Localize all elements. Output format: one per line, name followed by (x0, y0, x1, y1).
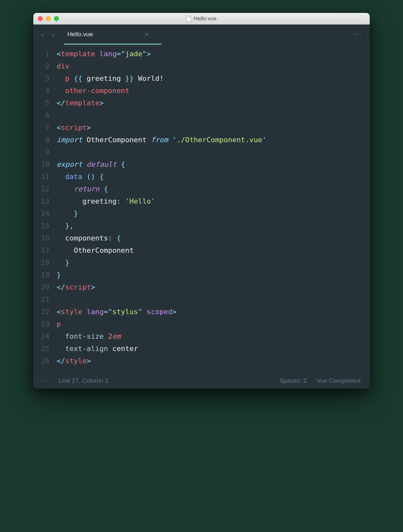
window-title-text: Hello.vue (194, 16, 217, 22)
code-line[interactable]: p {{ greeting }} World! (57, 72, 363, 85)
code-line[interactable]: } (57, 207, 363, 220)
line-number: 4 (33, 85, 49, 97)
nav-back-icon[interactable]: ‹ (41, 30, 44, 40)
code-line[interactable]: <template lang="jade"> (57, 48, 363, 60)
line-number: 1 (33, 48, 49, 60)
code-line[interactable]: import OtherComponent from './OtherCompo… (57, 134, 363, 146)
line-number: 19 (33, 269, 49, 281)
tab-close-icon[interactable]: × (145, 31, 149, 38)
line-number: 6 (33, 109, 49, 122)
line-number: 13 (33, 195, 49, 207)
line-number: 18 (33, 257, 49, 269)
code-line[interactable]: </template> (57, 97, 363, 109)
code-line[interactable] (57, 109, 363, 122)
line-number: 16 (33, 232, 49, 244)
line-number: 10 (33, 158, 49, 171)
code-line[interactable]: data () { (57, 171, 363, 183)
code-line[interactable]: return { (57, 183, 363, 195)
code-line[interactable]: <script> (57, 122, 363, 134)
nav-arrows: ‹ › (41, 30, 54, 40)
line-number: 7 (33, 122, 49, 134)
line-number: 8 (33, 134, 49, 146)
code-content[interactable]: <template lang="jade">div p {{ greeting … (57, 48, 370, 367)
close-button[interactable] (38, 16, 43, 21)
tab-hello-vue[interactable]: Hello.vue × (67, 31, 148, 39)
cursor-position[interactable]: Line 27, Column 1 (59, 377, 108, 384)
code-line[interactable]: components: { (57, 232, 363, 244)
code-line[interactable]: <style lang="stylus" scoped> (57, 306, 363, 318)
window-title: Hello.vue (33, 16, 370, 22)
code-line[interactable]: other-component (57, 85, 363, 97)
tab-menu-icon[interactable]: ⋮ (354, 31, 362, 38)
line-number: 20 (33, 281, 49, 293)
syntax-mode[interactable]: Vue Component (316, 377, 361, 384)
line-number: 14 (33, 207, 49, 220)
editor-window: Hello.vue ‹ › Hello.vue × ⋮ 123456789101… (33, 13, 370, 388)
code-line[interactable] (57, 293, 363, 306)
traffic-lights (33, 16, 59, 21)
line-number-gutter: 1234567891011121314151617181920212223242… (33, 48, 57, 367)
line-number: 21 (33, 293, 49, 306)
code-line[interactable]: </script> (57, 281, 363, 293)
code-line[interactable]: text-align center (57, 343, 363, 355)
status-menu-icon[interactable]: ⋮ (42, 378, 49, 384)
code-line[interactable]: } (57, 257, 363, 269)
line-number: 11 (33, 171, 49, 183)
file-icon (187, 16, 191, 22)
code-line[interactable]: greeting: 'Hello' (57, 195, 363, 207)
line-number: 2 (33, 60, 49, 72)
code-line[interactable]: font-size 2em (57, 330, 363, 343)
zoom-button[interactable] (54, 16, 59, 21)
code-line[interactable]: </style> (57, 355, 363, 367)
code-line[interactable]: }, (57, 220, 363, 232)
line-number: 17 (33, 244, 49, 257)
line-number: 15 (33, 220, 49, 232)
tab-bar: ‹ › Hello.vue × ⋮ (33, 25, 370, 45)
tab-active-indicator (64, 44, 161, 45)
minimize-button[interactable] (46, 16, 51, 21)
line-number: 24 (33, 330, 49, 343)
nav-forward-icon[interactable]: › (52, 30, 55, 40)
line-number: 25 (33, 343, 49, 355)
titlebar[interactable]: Hello.vue (33, 13, 370, 25)
line-number: 12 (33, 183, 49, 195)
code-line[interactable]: export default { (57, 158, 363, 171)
line-number: 3 (33, 72, 49, 85)
code-line[interactable]: div (57, 60, 363, 72)
line-number: 26 (33, 355, 49, 367)
status-bar: ⋮ Line 27, Column 1 Spaces: 2 Vue Compon… (33, 373, 370, 388)
code-line[interactable] (57, 146, 363, 158)
code-line[interactable]: OtherComponent (57, 244, 363, 257)
code-line[interactable]: } (57, 269, 363, 281)
line-number: 23 (33, 318, 49, 330)
code-line[interactable]: p (57, 318, 363, 330)
editor-area[interactable]: 1234567891011121314151617181920212223242… (33, 45, 370, 373)
indentation-setting[interactable]: Spaces: 2 (279, 377, 307, 384)
line-number: 9 (33, 146, 49, 158)
tab-label: Hello.vue (67, 31, 93, 38)
line-number: 22 (33, 306, 49, 318)
line-number: 5 (33, 97, 49, 109)
